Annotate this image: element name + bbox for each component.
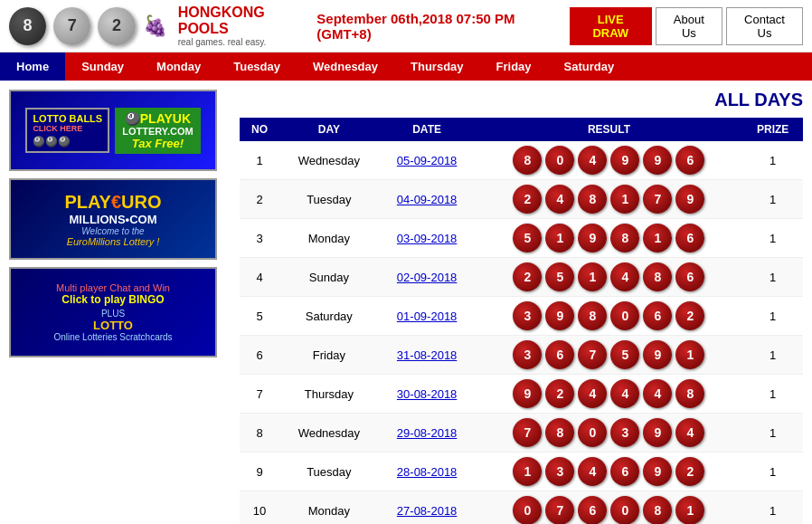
table-row: 7Thursday30-08-20189244481 bbox=[240, 375, 803, 414]
cell-prize: 1 bbox=[742, 453, 803, 491]
result-ball: 7 bbox=[513, 418, 542, 447]
cell-result: 251486 bbox=[476, 258, 743, 297]
live-draw-button[interactable]: LIVE DRAW bbox=[570, 7, 652, 45]
result-ball: 4 bbox=[675, 418, 704, 447]
cell-date[interactable]: 29-08-2018 bbox=[379, 414, 476, 453]
result-ball: 6 bbox=[675, 224, 704, 252]
contact-us-button[interactable]: Contact Us bbox=[726, 7, 803, 45]
cell-date[interactable]: 31-08-2018 bbox=[379, 336, 476, 375]
nav-sunday[interactable]: Sunday bbox=[65, 52, 140, 81]
nav-tuesday[interactable]: Tuesday bbox=[217, 52, 297, 81]
cell-no: 3 bbox=[240, 219, 279, 258]
logo-area: 8 7 2 🍇 HONGKONG POOLS real games. real … bbox=[9, 5, 316, 47]
table-row: 5Saturday01-09-20183980621 bbox=[240, 297, 803, 336]
ad-lotto-balls[interactable]: LOTTO BALLS CLICK HERE 🎱🎱🎱 🎱PLAYUK LOTTE… bbox=[9, 90, 217, 171]
result-ball: 9 bbox=[643, 146, 672, 175]
table-area: ALL DAYS NO DAY DATE RESULT PRIZE 1Wedne… bbox=[226, 90, 803, 524]
all-days-title: ALL DAYS bbox=[240, 90, 803, 110]
result-ball: 8 bbox=[513, 146, 542, 175]
cell-date[interactable]: 01-09-2018 bbox=[379, 297, 476, 336]
result-ball: 5 bbox=[513, 224, 542, 252]
result-ball: 6 bbox=[578, 496, 607, 524]
cell-date[interactable]: 03-09-2018 bbox=[379, 219, 476, 258]
cell-date[interactable]: 05-09-2018 bbox=[379, 141, 476, 180]
cell-result: 780394 bbox=[476, 414, 743, 453]
ball-2: 2 bbox=[98, 7, 135, 45]
cell-no: 9 bbox=[240, 453, 279, 491]
cell-no: 6 bbox=[240, 336, 279, 375]
nav-wednesday[interactable]: Wednesday bbox=[297, 52, 394, 81]
table-row: 6Friday31-08-20183675911 bbox=[240, 336, 803, 375]
cell-result: 248179 bbox=[476, 180, 743, 219]
result-ball: 8 bbox=[643, 262, 672, 291]
result-ball: 9 bbox=[643, 340, 672, 369]
result-ball: 1 bbox=[675, 340, 704, 369]
result-ball: 1 bbox=[545, 224, 574, 252]
header-datetime: September 06th,2018 07:50 PM (GMT+8) bbox=[316, 11, 570, 42]
cell-day: Monday bbox=[279, 491, 379, 525]
result-ball: 1 bbox=[578, 262, 607, 291]
cell-date[interactable]: 04-09-2018 bbox=[379, 180, 476, 219]
cell-prize: 1 bbox=[742, 180, 803, 219]
result-ball: 7 bbox=[545, 496, 574, 524]
result-ball: 1 bbox=[675, 496, 704, 524]
cell-prize: 1 bbox=[742, 414, 803, 453]
cell-prize: 1 bbox=[742, 219, 803, 258]
cell-result: 519816 bbox=[476, 219, 743, 258]
table-row: 10Monday27-08-20180760811 bbox=[240, 491, 803, 525]
result-ball: 9 bbox=[513, 379, 542, 408]
top-bar: 8 7 2 🍇 HONGKONG POOLS real games. real … bbox=[0, 0, 812, 52]
table-row: 9Tuesday28-08-20181346921 bbox=[240, 453, 803, 491]
result-ball: 4 bbox=[578, 146, 607, 175]
result-ball: 2 bbox=[513, 185, 542, 214]
brand-text: HONGKONG POOLS real games. real easy. bbox=[178, 5, 317, 47]
table-row: 2Tuesday04-09-20182481791 bbox=[240, 180, 803, 219]
cell-result: 804996 bbox=[476, 141, 743, 180]
cell-result: 924448 bbox=[476, 375, 743, 414]
cell-prize: 1 bbox=[742, 375, 803, 414]
ad-bingo[interactable]: Multi player Chat and Win Click to play … bbox=[9, 267, 217, 357]
left-sidebar: LOTTO BALLS CLICK HERE 🎱🎱🎱 🎱PLAYUK LOTTE… bbox=[9, 90, 226, 524]
cell-date[interactable]: 30-08-2018 bbox=[379, 375, 476, 414]
results-table: NO DAY DATE RESULT PRIZE 1Wednesday05-09… bbox=[240, 118, 803, 524]
nav-saturday[interactable]: Saturday bbox=[548, 52, 631, 81]
cell-no: 10 bbox=[240, 491, 279, 525]
cell-no: 8 bbox=[240, 414, 279, 453]
cell-date[interactable]: 27-08-2018 bbox=[379, 491, 476, 525]
nav-thursday[interactable]: Thursday bbox=[394, 52, 480, 81]
col-prize: PRIZE bbox=[742, 118, 803, 141]
about-us-button[interactable]: About Us bbox=[656, 7, 722, 45]
cell-day: Wednesday bbox=[279, 414, 379, 453]
result-ball: 5 bbox=[545, 262, 574, 291]
ad-play-euro[interactable]: PLAY€URO MILLIONS•COM Welcome to the Eur… bbox=[9, 178, 217, 260]
cell-result: 134692 bbox=[476, 453, 743, 491]
result-ball: 0 bbox=[513, 496, 542, 524]
result-ball: 0 bbox=[610, 496, 639, 524]
result-ball: 4 bbox=[610, 262, 639, 291]
result-ball: 9 bbox=[578, 224, 607, 252]
nav-friday[interactable]: Friday bbox=[480, 52, 548, 81]
cell-day: Thursday bbox=[279, 375, 379, 414]
col-no: NO bbox=[240, 118, 279, 141]
nav-monday[interactable]: Monday bbox=[140, 52, 217, 81]
result-ball: 8 bbox=[578, 185, 607, 214]
nav-home[interactable]: Home bbox=[0, 52, 65, 81]
nav-bar: Home Sunday Monday Tuesday Wednesday Thu… bbox=[0, 52, 812, 81]
result-ball: 7 bbox=[643, 185, 672, 214]
cell-date[interactable]: 02-09-2018 bbox=[379, 258, 476, 297]
cell-prize: 1 bbox=[742, 141, 803, 180]
cell-date[interactable]: 28-08-2018 bbox=[379, 453, 476, 491]
result-ball: 4 bbox=[643, 379, 672, 408]
result-ball: 8 bbox=[610, 224, 639, 252]
result-ball: 3 bbox=[610, 418, 639, 447]
result-ball: 0 bbox=[610, 301, 639, 330]
result-ball: 4 bbox=[578, 457, 607, 486]
result-ball: 6 bbox=[545, 340, 574, 369]
table-row: 3Monday03-09-20185198161 bbox=[240, 219, 803, 258]
result-ball: 0 bbox=[545, 146, 574, 175]
header-right: LIVE DRAW About Us Contact Us bbox=[570, 7, 803, 45]
result-ball: 3 bbox=[513, 340, 542, 369]
result-ball: 9 bbox=[675, 185, 704, 214]
result-ball: 6 bbox=[675, 262, 704, 291]
result-ball: 9 bbox=[643, 457, 672, 486]
